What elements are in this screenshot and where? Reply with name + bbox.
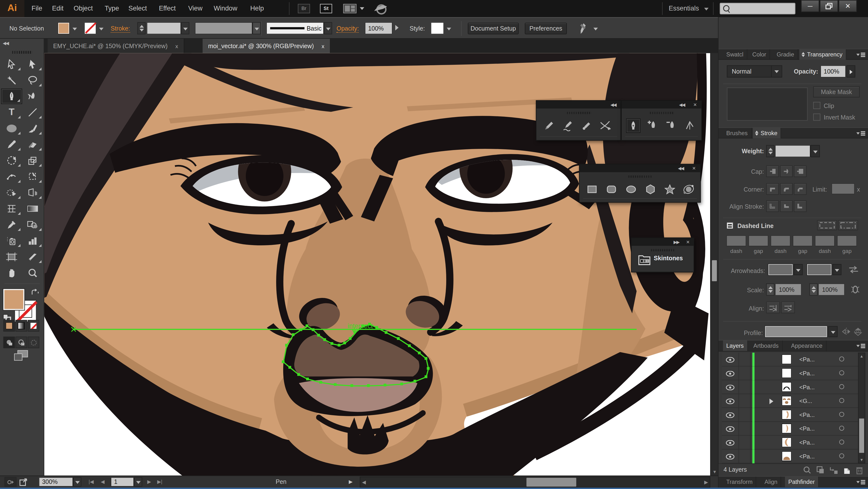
join-tool-icon[interactable]: [598, 119, 613, 133]
swap-fill-stroke-icon[interactable]: [31, 289, 40, 297]
scale-end-stepper[interactable]: [809, 283, 818, 296]
layer-name[interactable]: <G...: [799, 397, 812, 404]
brush-definition-dropdown[interactable]: [252, 22, 261, 34]
polygon-tool-icon[interactable]: [643, 182, 658, 196]
stroke-weight-field[interactable]: [147, 22, 181, 34]
zoom-tool[interactable]: [22, 265, 43, 280]
layers-scroll-up[interactable]: ▲: [860, 354, 864, 358]
sync-settings-icon[interactable]: [4, 477, 17, 487]
layer-row[interactable]: <Pa...: [722, 450, 858, 463]
delete-layer-icon[interactable]: [855, 465, 864, 474]
dash-preset-1[interactable]: [817, 220, 837, 231]
brush-definition-field[interactable]: [195, 22, 252, 34]
hscroll-thumb[interactable]: [526, 478, 576, 487]
blend-tool[interactable]: [22, 217, 43, 233]
ellipse-tool[interactable]: [1, 121, 22, 136]
tab-brushes[interactable]: Brushes: [723, 128, 751, 138]
panel-grip[interactable]: [651, 249, 676, 251]
collapse-icon[interactable]: ◀◀: [679, 102, 685, 107]
opacity-panel-arrow[interactable]: [395, 25, 399, 31]
gap-field-0[interactable]: [748, 235, 769, 246]
ellipse-tool-icon[interactable]: [624, 182, 638, 196]
swatch-library-icon[interactable]: [638, 253, 651, 266]
layer-row[interactable]: <Pa...: [722, 353, 858, 367]
doc-tab-inactive[interactable]: EMY_UCHE.ai* @ 150% (CMYK/Preview)x: [48, 39, 184, 53]
workspace-switcher[interactable]: Essentials: [669, 0, 699, 17]
visibility-eye-icon[interactable]: [722, 450, 739, 463]
line-style-dropdown[interactable]: [324, 22, 332, 34]
width-tool[interactable]: [1, 169, 22, 184]
flip-across-icon[interactable]: [854, 327, 862, 336]
star-tool-icon[interactable]: [663, 182, 677, 196]
slice-tool[interactable]: [22, 249, 43, 265]
layer-name[interactable]: <Pa...: [799, 356, 815, 363]
align-outside-button[interactable]: [794, 201, 806, 212]
smooth-tool-icon[interactable]: [561, 119, 575, 133]
tab-transparency[interactable]: Transparency: [799, 49, 846, 60]
last-artboard-icon[interactable]: ▶|: [157, 479, 162, 484]
opacity-field[interactable]: 100%: [365, 22, 393, 34]
gap-field-1[interactable]: [793, 235, 813, 246]
new-layer-icon[interactable]: [843, 465, 851, 474]
opacity-arrow-button[interactable]: [846, 65, 855, 78]
zoom-level-field[interactable]: 300%: [39, 477, 73, 487]
dash-field-2[interactable]: [815, 235, 835, 246]
arrowhead-start-field[interactable]: [768, 264, 793, 275]
magic-wand-tool[interactable]: [1, 72, 22, 88]
scale-start-stepper[interactable]: [766, 283, 774, 296]
layer-name[interactable]: <Pa...: [799, 453, 815, 459]
menu-edit[interactable]: Edit: [52, 0, 64, 17]
menu-window[interactable]: Window: [214, 0, 237, 17]
export-icon[interactable]: [18, 477, 30, 487]
align-center-button[interactable]: [766, 201, 779, 212]
draw-normal-button[interactable]: [3, 337, 15, 348]
layer-target-icon[interactable]: [839, 384, 844, 389]
perspective-grid-tool[interactable]: [22, 185, 43, 201]
layers-panel-menu[interactable]: [856, 344, 865, 349]
invert-mask-checkbox[interactable]: [813, 113, 820, 120]
layer-row[interactable]: <Pa...: [722, 367, 858, 380]
visibility-eye-icon[interactable]: [722, 380, 739, 394]
layer-row[interactable]: <Pa...: [722, 422, 858, 436]
layer-name[interactable]: <Pa...: [799, 370, 815, 376]
tab-pathfinder[interactable]: Pathfinder: [785, 477, 819, 487]
weight-stepper[interactable]: [766, 145, 774, 157]
hand-tool[interactable]: [1, 265, 22, 280]
menu-file[interactable]: File: [32, 0, 42, 17]
layer-thumbnail[interactable]: [782, 409, 792, 420]
layer-name[interactable]: <Pa...: [799, 411, 815, 418]
opacity-value-field[interactable]: 100%: [820, 65, 846, 78]
tab-close-icon[interactable]: x: [321, 43, 324, 49]
menu-select[interactable]: Select: [128, 0, 147, 17]
stroke-weight-dropdown[interactable]: [181, 22, 189, 34]
layer-target-icon[interactable]: [839, 370, 844, 375]
arrange-documents-icon[interactable]: [343, 4, 356, 13]
arrowhead-start-dropdown[interactable]: [794, 264, 803, 275]
draw-inside-button[interactable]: [28, 337, 39, 348]
blend-mode-dropdown[interactable]: Normal: [727, 65, 782, 78]
status-expand-arrow[interactable]: ▶: [349, 479, 352, 484]
close-icon[interactable]: ✕: [693, 102, 697, 107]
link-scales-icon[interactable]: [850, 284, 861, 295]
layer-target-icon[interactable]: [839, 398, 844, 403]
pen-tool[interactable]: [1, 88, 22, 104]
fill-swatch[interactable]: [3, 289, 25, 310]
layer-name[interactable]: <Pa...: [799, 439, 815, 446]
layer-row[interactable]: <Pa...: [722, 380, 858, 394]
layer-target-icon[interactable]: [839, 412, 844, 417]
color-mode-button[interactable]: [3, 320, 15, 332]
vscroll-thumb[interactable]: [712, 260, 717, 281]
symbol-sprayer-tool[interactable]: [1, 233, 22, 248]
artboard-number-field[interactable]: 1: [111, 477, 134, 487]
weight-dropdown[interactable]: [810, 145, 820, 157]
gradient-tool[interactable]: [22, 201, 43, 216]
visibility-eye-icon[interactable]: [722, 367, 739, 380]
prev-artboard-icon[interactable]: ◀: [101, 479, 104, 484]
menu-effect[interactable]: Effect: [159, 0, 176, 17]
scale-tool[interactable]: [22, 153, 43, 168]
scroll-down-arrow[interactable]: ▼: [712, 469, 717, 474]
visibility-eye-icon[interactable]: [722, 353, 739, 367]
add-anchor-point-icon[interactable]: [645, 119, 659, 133]
layers-scroll-thumb[interactable]: [859, 419, 864, 453]
curvature-pen-tool[interactable]: [22, 88, 43, 104]
